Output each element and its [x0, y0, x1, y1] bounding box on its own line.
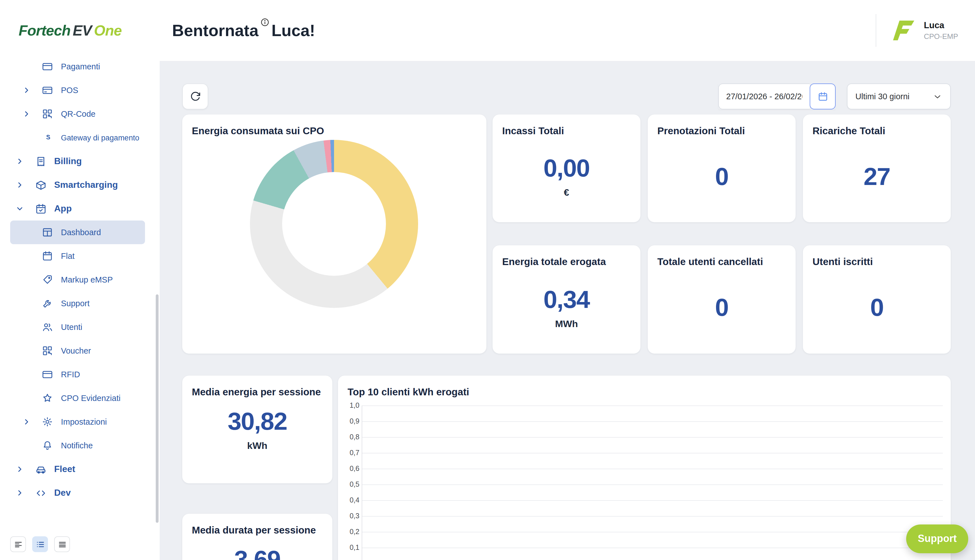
y-tick-label: 0,2 [340, 528, 359, 536]
sidebar-scrollbar[interactable] [156, 294, 159, 523]
donut-chart [250, 140, 418, 308]
media-energia-value: 30,82 [182, 407, 332, 435]
sidebar-item-label: Gateway di pagamento [61, 133, 139, 142]
stat-card-incassi-totali: Incassi Totali0,00€ [493, 115, 640, 222]
align-list-icon-button[interactable] [32, 536, 48, 552]
grid-line [362, 548, 943, 548]
stat-card-body: 0 [648, 268, 796, 353]
stat-card-body: 0 [803, 268, 951, 353]
media-durata-card: Media durata per sessione 3,69 [182, 514, 332, 560]
grid-line [362, 485, 943, 485]
qr-icon [42, 108, 57, 120]
media-energia-title: Media energia per sessione [182, 376, 332, 398]
sidebar-item-flat[interactable]: Flat [0, 244, 160, 268]
sidebar: PagamentiPOSQR-CodeGateway di pagamentoB… [0, 61, 160, 560]
sidebar-item-smartcharging[interactable]: Smartcharging [0, 173, 160, 197]
stat-value: 0 [715, 293, 728, 322]
sidebar-item-app[interactable]: App [0, 197, 160, 220]
sidebar-item-label: QR-Code [61, 109, 96, 118]
align-justify-icon-button[interactable] [54, 536, 70, 552]
sidebar-item-label: POS [61, 86, 78, 95]
stat-card-title: Energia totale erogata [493, 245, 640, 268]
grid-line [362, 421, 943, 422]
gear-icon [42, 416, 57, 427]
fortech-logo-mark [892, 18, 916, 42]
grid-line [362, 500, 943, 501]
main-content: Ultimi 30 giorni Energia consumata sui C… [160, 61, 975, 560]
media-durata-title: Media durata per sessione [182, 514, 332, 536]
sidebar-item-label: Markup eMSP [61, 275, 113, 284]
sidebar-item-label: Dev [54, 488, 71, 498]
y-axis-line [362, 405, 362, 560]
sidebar-item-dev[interactable]: Dev [0, 481, 160, 505]
stat-card-body: 0 [648, 137, 796, 222]
users-icon [42, 322, 57, 333]
sidebar-item-gateway-di-pagamento[interactable]: Gateway di pagamento [0, 126, 160, 150]
receipt-icon [35, 155, 50, 167]
energia-consumata-card: Energia consumata sui CPO [182, 115, 486, 353]
sidebar-item-label: Utenti [61, 323, 82, 332]
sidebar-item-label: Smartcharging [54, 180, 118, 190]
calendar-button[interactable] [810, 83, 836, 109]
y-tick-label: 0,9 [340, 417, 359, 425]
media-durata-value: 3,69 [182, 545, 332, 560]
chevron-down-icon [16, 205, 35, 213]
date-range-input[interactable] [718, 83, 810, 109]
sidebar-item-dashboard[interactable]: Dashboard [10, 220, 145, 244]
user-name: Luca [924, 20, 958, 30]
chevron-right-icon [23, 110, 42, 118]
car-icon [35, 463, 50, 475]
y-tick-label: 0,6 [340, 465, 359, 473]
sidebar-item-label: Flat [61, 252, 75, 260]
sidebar-item-label: Fleet [54, 464, 75, 474]
user-menu[interactable]: Luca CPO-EMP [924, 20, 958, 41]
sidebar-item-pagamenti[interactable]: Pagamenti [0, 61, 160, 78]
sidebar-item-label: RFID [61, 370, 80, 379]
dashboard-toolbar: Ultimi 30 giorni [182, 83, 951, 109]
sidebar-item-label: Impostazioni [61, 417, 107, 426]
sidebar-item-label: Billing [54, 156, 82, 167]
stat-card-title: Prenotazioni Totali [648, 115, 796, 137]
sidebar-item-notifiche[interactable]: Notifiche [0, 434, 160, 457]
sidebar-item-label: Voucher [61, 346, 91, 355]
sidebar-item-support[interactable]: Support [0, 292, 160, 315]
sidebar-item-markup-emsp[interactable]: Markup eMSP [0, 268, 160, 292]
y-tick-label: 0,3 [340, 512, 359, 520]
y-tick-label: 0,5 [340, 480, 359, 488]
calendar-icon [42, 250, 57, 262]
stat-value: 27 [863, 162, 890, 190]
sidebar-item-billing[interactable]: Billing [0, 150, 160, 173]
stat-card-ricariche-totali: Ricariche Totali27 [803, 115, 951, 222]
chevron-right-icon [16, 489, 35, 497]
y-tick-label: 0,7 [340, 449, 359, 457]
period-select[interactable]: Ultimi 30 giorni [847, 83, 951, 109]
sidebar-item-cpo-evidenziati[interactable]: CPO Evidenziati [0, 386, 160, 410]
sidebar-item-label: Pagamenti [61, 62, 100, 71]
card-icon [42, 369, 57, 380]
wrench-icon [42, 298, 57, 309]
support-button[interactable]: Support [906, 525, 968, 553]
card-icon [42, 61, 57, 72]
grid-line [362, 437, 943, 438]
calendar-check-icon [35, 203, 50, 215]
sidebar-item-fleet[interactable]: Fleet [0, 457, 160, 481]
top-header: FortechEVOne Bentornata Luca! Luca CPO-E… [0, 0, 975, 61]
sidebar-item-impostazioni[interactable]: Impostazioni [0, 410, 160, 434]
user-role: CPO-EMP [924, 32, 958, 41]
bell-icon [42, 440, 57, 451]
sidebar-item-pos[interactable]: POS [0, 78, 160, 102]
align-left-icon-button[interactable] [10, 536, 26, 552]
toolbar-right: Ultimi 30 giorni [718, 83, 951, 109]
info-icon[interactable] [260, 17, 270, 27]
sidebar-item-qr-code[interactable]: QR-Code [0, 102, 160, 126]
greeting-part1: Bentornata [172, 21, 259, 40]
sidebar-item-voucher[interactable]: Voucher [0, 339, 160, 363]
stat-card-body: 0,34MWh [493, 268, 640, 353]
stat-card-title: Totale utenti cancellati [648, 245, 796, 268]
sidebar-item-utenti[interactable]: Utenti [0, 315, 160, 339]
fortech-logo: FortechEVOne [0, 22, 160, 39]
refresh-button[interactable] [182, 83, 208, 109]
sidebar-item-rfid[interactable]: RFID [0, 363, 160, 386]
top10-card-title: Top 10 clienti kWh erogati [338, 376, 951, 398]
app-root: FortechEVOne Bentornata Luca! Luca CPO-E… [0, 0, 975, 560]
